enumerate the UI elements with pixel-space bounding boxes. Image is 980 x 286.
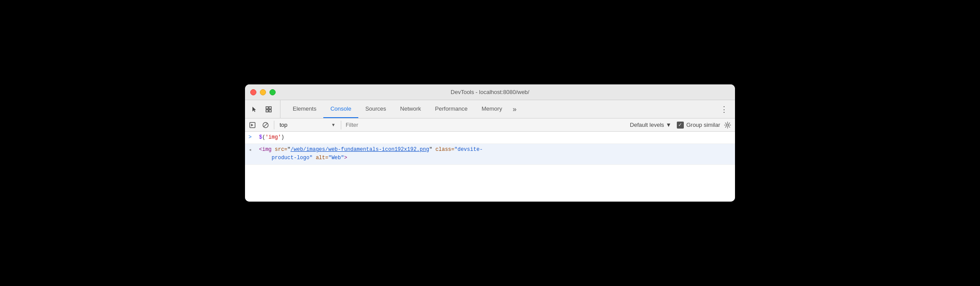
levels-arrow: ▼ (666, 122, 672, 128)
filter-input[interactable] (344, 121, 625, 129)
devtools-menu-button[interactable]: ⋮ (717, 100, 732, 118)
class-attr: class= (435, 146, 454, 153)
class-value: "devsite- (455, 146, 483, 153)
title-bar: DevTools - localhost:8080/web/ (245, 84, 735, 100)
input-arrow: > (248, 133, 259, 140)
context-dropdown-arrow: ▼ (331, 122, 336, 127)
show-console-button[interactable] (247, 119, 258, 131)
svg-rect-1 (269, 107, 271, 109)
svg-rect-2 (266, 110, 268, 112)
clear-console-button[interactable] (260, 119, 271, 131)
console-input-row: > $('img') (245, 132, 735, 144)
tab-network[interactable]: Network (393, 100, 428, 118)
tab-bar: Elements Console Sources Network Perform… (245, 100, 735, 119)
src-attr: src= (275, 146, 287, 153)
tab-elements[interactable]: Elements (286, 100, 323, 118)
traffic-lights (250, 89, 276, 95)
console-toolbar: top ▼ Default levels ▼ ✓ Group similar (245, 119, 735, 132)
alt-value: "Web" (328, 155, 344, 161)
more-tabs-button[interactable]: » (509, 100, 520, 118)
input-content: $('img') (259, 133, 732, 142)
svg-rect-0 (266, 107, 268, 109)
log-levels-button[interactable]: Default levels ▼ (626, 121, 675, 129)
tab-console[interactable]: Console (323, 100, 358, 118)
tab-performance[interactable]: Performance (428, 100, 474, 118)
toolbar-divider (274, 121, 274, 129)
output-arrow: ◂ (248, 146, 259, 153)
toolbar-divider-2 (341, 121, 341, 129)
class-value-2: product-logo" (272, 155, 313, 161)
output-content: <img src="/web/images/web-fundamentals-i… (259, 146, 732, 162)
tag-open: <img (259, 146, 272, 153)
svg-point-8 (727, 124, 729, 126)
console-output-row: ◂ <img src="/web/images/web-fundamentals… (245, 144, 735, 164)
filter-input-wrap (344, 121, 625, 129)
devtools-icon-group (248, 100, 280, 118)
devtools-window: DevTools - localhost:8080/web/ Elements (245, 84, 735, 202)
maximize-button[interactable] (270, 89, 276, 95)
src-link[interactable]: /web/images/web-fundamentals-icon192x192… (290, 146, 429, 153)
settings-button[interactable] (722, 119, 733, 131)
tab-sources[interactable]: Sources (358, 100, 393, 118)
svg-rect-3 (269, 110, 271, 112)
close-button[interactable] (250, 89, 256, 95)
svg-marker-5 (251, 124, 253, 126)
tab-memory[interactable]: Memory (475, 100, 509, 118)
tag-close: > (344, 155, 347, 161)
console-content: > $('img') ◂ <img src="/web/images/web-f… (245, 132, 735, 202)
group-similar-checkbox[interactable]: ✓ Group similar (677, 122, 720, 129)
alt-attr: alt= (316, 155, 329, 161)
checkbox-icon: ✓ (677, 122, 684, 129)
inspect-element-icon[interactable] (262, 103, 275, 115)
cursor-icon[interactable] (248, 103, 261, 115)
context-selector[interactable]: top ▼ (277, 121, 338, 129)
window-title: DevTools - localhost:8080/web/ (451, 89, 529, 95)
svg-line-7 (264, 123, 267, 127)
minimize-button[interactable] (260, 89, 266, 95)
code-string: 'img' (265, 134, 281, 140)
